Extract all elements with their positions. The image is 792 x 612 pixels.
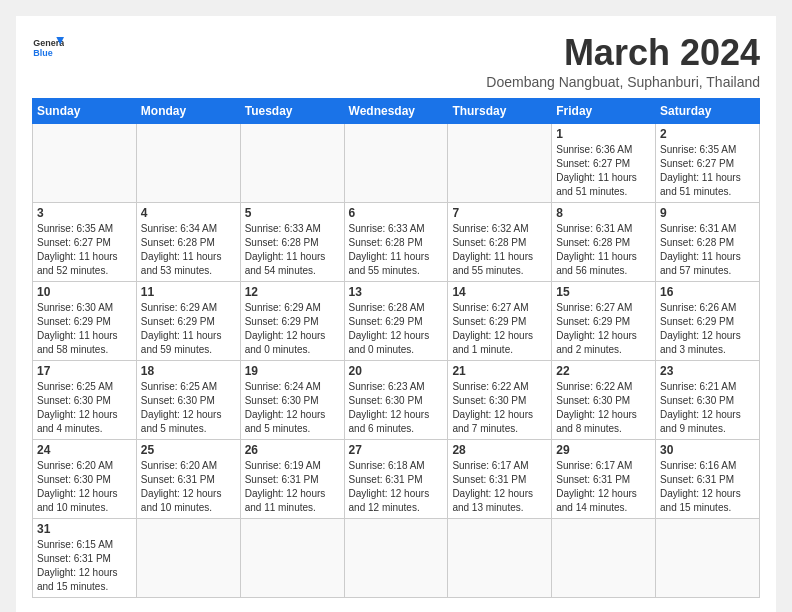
- col-tuesday: Tuesday: [240, 99, 344, 124]
- table-row: [136, 519, 240, 598]
- day-number: 28: [452, 443, 547, 457]
- col-friday: Friday: [552, 99, 656, 124]
- table-row: [136, 124, 240, 203]
- day-sun-info: Sunrise: 6:25 AM Sunset: 6:30 PM Dayligh…: [37, 380, 132, 436]
- table-row: 6Sunrise: 6:33 AM Sunset: 6:28 PM Daylig…: [344, 203, 448, 282]
- table-row: 4Sunrise: 6:34 AM Sunset: 6:28 PM Daylig…: [136, 203, 240, 282]
- day-number: 21: [452, 364, 547, 378]
- month-title: March 2024: [486, 32, 760, 74]
- day-sun-info: Sunrise: 6:33 AM Sunset: 6:28 PM Dayligh…: [245, 222, 340, 278]
- table-row: 21Sunrise: 6:22 AM Sunset: 6:30 PM Dayli…: [448, 361, 552, 440]
- table-row: [448, 124, 552, 203]
- day-number: 23: [660, 364, 755, 378]
- table-row: 18Sunrise: 6:25 AM Sunset: 6:30 PM Dayli…: [136, 361, 240, 440]
- day-sun-info: Sunrise: 6:15 AM Sunset: 6:31 PM Dayligh…: [37, 538, 132, 594]
- day-sun-info: Sunrise: 6:17 AM Sunset: 6:31 PM Dayligh…: [556, 459, 651, 515]
- table-row: [33, 124, 137, 203]
- day-sun-info: Sunrise: 6:33 AM Sunset: 6:28 PM Dayligh…: [349, 222, 444, 278]
- table-row: [344, 519, 448, 598]
- day-sun-info: Sunrise: 6:22 AM Sunset: 6:30 PM Dayligh…: [452, 380, 547, 436]
- day-number: 15: [556, 285, 651, 299]
- day-sun-info: Sunrise: 6:28 AM Sunset: 6:29 PM Dayligh…: [349, 301, 444, 357]
- day-number: 19: [245, 364, 340, 378]
- day-number: 17: [37, 364, 132, 378]
- day-sun-info: Sunrise: 6:36 AM Sunset: 6:27 PM Dayligh…: [556, 143, 651, 199]
- location-subtitle: Doembang Nangbuat, Suphanburi, Thailand: [486, 74, 760, 90]
- table-row: 8Sunrise: 6:31 AM Sunset: 6:28 PM Daylig…: [552, 203, 656, 282]
- day-sun-info: Sunrise: 6:23 AM Sunset: 6:30 PM Dayligh…: [349, 380, 444, 436]
- day-sun-info: Sunrise: 6:27 AM Sunset: 6:29 PM Dayligh…: [556, 301, 651, 357]
- table-row: 29Sunrise: 6:17 AM Sunset: 6:31 PM Dayli…: [552, 440, 656, 519]
- day-number: 12: [245, 285, 340, 299]
- table-row: [552, 519, 656, 598]
- day-sun-info: Sunrise: 6:20 AM Sunset: 6:30 PM Dayligh…: [37, 459, 132, 515]
- table-row: 31Sunrise: 6:15 AM Sunset: 6:31 PM Dayli…: [33, 519, 137, 598]
- day-sun-info: Sunrise: 6:19 AM Sunset: 6:31 PM Dayligh…: [245, 459, 340, 515]
- day-number: 5: [245, 206, 340, 220]
- day-number: 13: [349, 285, 444, 299]
- calendar-row: 24Sunrise: 6:20 AM Sunset: 6:30 PM Dayli…: [33, 440, 760, 519]
- day-number: 11: [141, 285, 236, 299]
- day-number: 3: [37, 206, 132, 220]
- day-number: 2: [660, 127, 755, 141]
- table-row: 25Sunrise: 6:20 AM Sunset: 6:31 PM Dayli…: [136, 440, 240, 519]
- day-number: 20: [349, 364, 444, 378]
- table-row: 9Sunrise: 6:31 AM Sunset: 6:28 PM Daylig…: [656, 203, 760, 282]
- day-number: 18: [141, 364, 236, 378]
- table-row: 12Sunrise: 6:29 AM Sunset: 6:29 PM Dayli…: [240, 282, 344, 361]
- table-row: 16Sunrise: 6:26 AM Sunset: 6:29 PM Dayli…: [656, 282, 760, 361]
- day-number: 7: [452, 206, 547, 220]
- day-sun-info: Sunrise: 6:16 AM Sunset: 6:31 PM Dayligh…: [660, 459, 755, 515]
- calendar-table: Sunday Monday Tuesday Wednesday Thursday…: [32, 98, 760, 598]
- day-sun-info: Sunrise: 6:29 AM Sunset: 6:29 PM Dayligh…: [141, 301, 236, 357]
- calendar-row: 10Sunrise: 6:30 AM Sunset: 6:29 PM Dayli…: [33, 282, 760, 361]
- day-sun-info: Sunrise: 6:17 AM Sunset: 6:31 PM Dayligh…: [452, 459, 547, 515]
- day-sun-info: Sunrise: 6:31 AM Sunset: 6:28 PM Dayligh…: [556, 222, 651, 278]
- table-row: 23Sunrise: 6:21 AM Sunset: 6:30 PM Dayli…: [656, 361, 760, 440]
- table-row: [448, 519, 552, 598]
- col-wednesday: Wednesday: [344, 99, 448, 124]
- table-row: 14Sunrise: 6:27 AM Sunset: 6:29 PM Dayli…: [448, 282, 552, 361]
- table-row: 17Sunrise: 6:25 AM Sunset: 6:30 PM Dayli…: [33, 361, 137, 440]
- table-row: 30Sunrise: 6:16 AM Sunset: 6:31 PM Dayli…: [656, 440, 760, 519]
- col-thursday: Thursday: [448, 99, 552, 124]
- day-sun-info: Sunrise: 6:30 AM Sunset: 6:29 PM Dayligh…: [37, 301, 132, 357]
- table-row: 15Sunrise: 6:27 AM Sunset: 6:29 PM Dayli…: [552, 282, 656, 361]
- col-saturday: Saturday: [656, 99, 760, 124]
- table-row: 11Sunrise: 6:29 AM Sunset: 6:29 PM Dayli…: [136, 282, 240, 361]
- day-number: 26: [245, 443, 340, 457]
- generalblue-logo-icon: General Blue: [32, 32, 64, 64]
- logo: General Blue: [32, 32, 64, 64]
- day-sun-info: Sunrise: 6:18 AM Sunset: 6:31 PM Dayligh…: [349, 459, 444, 515]
- table-row: 3Sunrise: 6:35 AM Sunset: 6:27 PM Daylig…: [33, 203, 137, 282]
- calendar-row: 3Sunrise: 6:35 AM Sunset: 6:27 PM Daylig…: [33, 203, 760, 282]
- table-row: [344, 124, 448, 203]
- day-number: 31: [37, 522, 132, 536]
- table-row: 22Sunrise: 6:22 AM Sunset: 6:30 PM Dayli…: [552, 361, 656, 440]
- day-number: 30: [660, 443, 755, 457]
- day-number: 9: [660, 206, 755, 220]
- table-row: 7Sunrise: 6:32 AM Sunset: 6:28 PM Daylig…: [448, 203, 552, 282]
- table-row: 19Sunrise: 6:24 AM Sunset: 6:30 PM Dayli…: [240, 361, 344, 440]
- day-sun-info: Sunrise: 6:20 AM Sunset: 6:31 PM Dayligh…: [141, 459, 236, 515]
- day-sun-info: Sunrise: 6:29 AM Sunset: 6:29 PM Dayligh…: [245, 301, 340, 357]
- day-sun-info: Sunrise: 6:35 AM Sunset: 6:27 PM Dayligh…: [660, 143, 755, 199]
- day-number: 25: [141, 443, 236, 457]
- header-row: Sunday Monday Tuesday Wednesday Thursday…: [33, 99, 760, 124]
- table-row: 28Sunrise: 6:17 AM Sunset: 6:31 PM Dayli…: [448, 440, 552, 519]
- svg-text:Blue: Blue: [33, 48, 52, 58]
- day-number: 22: [556, 364, 651, 378]
- day-sun-info: Sunrise: 6:24 AM Sunset: 6:30 PM Dayligh…: [245, 380, 340, 436]
- col-sunday: Sunday: [33, 99, 137, 124]
- table-row: [240, 519, 344, 598]
- day-sun-info: Sunrise: 6:32 AM Sunset: 6:28 PM Dayligh…: [452, 222, 547, 278]
- day-number: 27: [349, 443, 444, 457]
- table-row: 24Sunrise: 6:20 AM Sunset: 6:30 PM Dayli…: [33, 440, 137, 519]
- col-monday: Monday: [136, 99, 240, 124]
- day-sun-info: Sunrise: 6:22 AM Sunset: 6:30 PM Dayligh…: [556, 380, 651, 436]
- calendar-row: 17Sunrise: 6:25 AM Sunset: 6:30 PM Dayli…: [33, 361, 760, 440]
- header: General Blue March 2024 Doembang Nangbua…: [32, 32, 760, 90]
- day-number: 1: [556, 127, 651, 141]
- day-sun-info: Sunrise: 6:21 AM Sunset: 6:30 PM Dayligh…: [660, 380, 755, 436]
- table-row: [656, 519, 760, 598]
